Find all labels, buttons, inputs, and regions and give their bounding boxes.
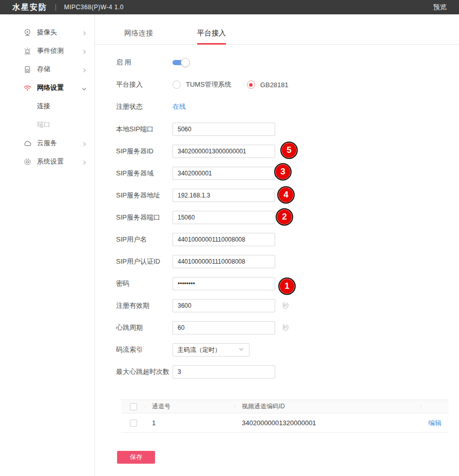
sidebar-item-event-detection[interactable]: 事件侦测 — [0, 42, 94, 60]
column-header-video-id: 视频通道编码ID — [235, 402, 421, 411]
toggle-knob — [181, 58, 190, 67]
field-row-local-sip-port: 本地SIP端口 — [116, 123, 459, 136]
enable-label: 启 用 — [116, 58, 173, 67]
tab-bar: 网络连接 平台接入 — [95, 23, 459, 45]
sidebar-subitem-port[interactable]: 端口 — [0, 115, 94, 134]
field-row-sip-server-address: SIP服务器地址 4 — [116, 189, 459, 202]
radio-option-gb28181[interactable]: GB28181 — [247, 81, 289, 89]
column-header-channel: 通道号 — [145, 402, 235, 411]
field-row-register-validity: 注册有效期 秒 — [116, 299, 459, 312]
brand-separator: ｜ — [52, 3, 59, 12]
radio-label-gb28181: GB28181 — [260, 81, 289, 89]
sidebar-subitem-connection[interactable]: 连接 — [0, 97, 94, 115]
channel-table: 通道号 视频通道编码ID 1 34020000001320000001 编辑 — [121, 400, 449, 433]
sip-username-input[interactable] — [173, 233, 275, 246]
gear-icon — [23, 157, 32, 166]
sidebar-item-system-settings[interactable]: 系统设置 — [0, 152, 94, 171]
tab-network-connection[interactable]: 网络连接 — [124, 23, 153, 44]
field-label: 密码 — [116, 279, 173, 288]
edit-link[interactable]: 编辑 — [428, 419, 442, 427]
sip-auth-id-input[interactable] — [173, 255, 275, 268]
sidebar-item-storage[interactable]: 存储 — [0, 60, 94, 78]
sidebar-item-camera[interactable]: 摄像头 — [0, 23, 94, 42]
storage-icon — [23, 65, 32, 74]
field-row-heartbeat-period: 心跳周期 秒 — [116, 321, 459, 334]
preview-link[interactable]: 预览 — [433, 3, 447, 12]
wifi-icon — [23, 84, 32, 92]
heartbeat-period-input[interactable] — [173, 321, 275, 334]
alarm-icon — [23, 47, 32, 55]
sidebar-item-label: 摄像头 — [37, 28, 81, 37]
top-bar: 水星安防 ｜ MIPC368(P)W-4 1.0 预览 — [0, 0, 459, 14]
sidebar-item-network-settings[interactable]: 网络设置 — [0, 78, 94, 97]
sidebar-item-label: 云服务 — [37, 138, 81, 148]
register-validity-input[interactable] — [173, 299, 275, 312]
field-row-sip-server-id: SIP服务器ID 5 — [116, 145, 459, 158]
seconds-suffix: 秒 — [282, 301, 289, 310]
chevron-right-icon — [81, 140, 87, 146]
max-heartbeat-timeout-input[interactable] — [173, 365, 275, 379]
sidebar-item-label: 事件侦测 — [37, 46, 81, 55]
field-row-password: 密码 1 — [116, 277, 459, 290]
field-label: SIP服务器ID — [116, 147, 173, 156]
password-input[interactable] — [173, 277, 275, 290]
field-row-sip-auth-id: SIP用户认证ID — [116, 255, 459, 268]
platform-radio-group: TUMS管理系统 GB28181 — [173, 80, 289, 89]
channel-number-cell: 1 — [145, 419, 235, 427]
register-status-row: 注册状态 在线 — [116, 100, 459, 113]
radio-option-tums[interactable]: TUMS管理系统 — [173, 80, 232, 89]
sidebar: 摄像头 事件侦测 — [0, 14, 95, 476]
stream-index-select[interactable]: 主码流（定时） — [173, 343, 250, 356]
field-row-sip-server-port: SIP服务器端口 2 — [116, 211, 459, 224]
brand-logo: 水星安防 — [12, 3, 47, 12]
field-label: SIP服务器地址 — [116, 191, 173, 200]
annotation-badge-5: 5 — [280, 142, 298, 159]
chevron-right-icon — [81, 66, 87, 72]
chevron-right-icon — [81, 48, 87, 54]
field-row-stream-index: 码流索引 主码流（定时） — [116, 343, 459, 356]
register-status-value: 在线 — [173, 102, 186, 111]
local-sip-port-input[interactable] — [173, 123, 275, 136]
annotation-badge-1: 1 — [278, 277, 296, 295]
field-label: SIP服务器域 — [116, 169, 173, 178]
field-label: 最大心跳超时次数 — [116, 367, 173, 376]
annotation-badge-4: 4 — [277, 186, 295, 204]
enable-row: 启 用 — [116, 56, 459, 69]
field-label: 本地SIP端口 — [116, 125, 173, 134]
cloud-icon — [23, 139, 32, 148]
table-header-row: 通道号 视频通道编码ID — [121, 400, 449, 413]
field-row-sip-server-domain: SIP服务器域 3 — [116, 167, 459, 180]
chevron-down-icon — [238, 345, 244, 354]
camera-icon — [23, 28, 32, 37]
tab-platform-access[interactable]: 平台接入 — [197, 23, 226, 45]
field-label: 注册有效期 — [116, 301, 173, 310]
register-status-label: 注册状态 — [116, 102, 173, 111]
enable-toggle[interactable] — [173, 57, 190, 68]
platform-access-form: 启 用 平台接入 TUMS管理系统 GB28181 — [95, 45, 459, 379]
save-button[interactable]: 保存 — [117, 451, 155, 464]
sip-server-address-input[interactable] — [173, 189, 275, 202]
sidebar-item-cloud-service[interactable]: 云服务 — [0, 134, 94, 152]
field-label: SIP服务器端口 — [116, 213, 173, 222]
sidebar-item-label: 存储 — [37, 65, 81, 74]
field-label: SIP用户认证ID — [116, 257, 173, 266]
row-checkbox[interactable] — [130, 420, 137, 427]
table-row: 1 34020000001320000001 编辑 — [121, 413, 449, 433]
main-content: 网络连接 平台接入 启 用 平台接入 TUMS管理系统 — [95, 14, 459, 476]
sip-server-id-input[interactable] — [173, 145, 275, 158]
chevron-right-icon — [81, 29, 87, 35]
radio-unchecked-icon — [173, 81, 181, 89]
sip-server-port-input[interactable] — [173, 211, 275, 224]
field-label: 码流索引 — [116, 345, 173, 354]
select-all-checkbox[interactable] — [130, 403, 137, 410]
seconds-suffix: 秒 — [282, 323, 289, 332]
field-label: SIP用户名 — [116, 235, 173, 244]
radio-checked-icon — [247, 81, 255, 89]
sidebar-item-label: 系统设置 — [37, 157, 81, 166]
video-channel-id-cell: 34020000001320000001 — [235, 419, 421, 427]
sip-server-domain-input[interactable] — [173, 167, 275, 180]
field-row-sip-username: SIP用户名 — [116, 233, 459, 246]
chevron-right-icon — [81, 158, 87, 165]
chevron-down-icon — [81, 85, 87, 91]
radio-label-tums: TUMS管理系统 — [186, 80, 232, 89]
